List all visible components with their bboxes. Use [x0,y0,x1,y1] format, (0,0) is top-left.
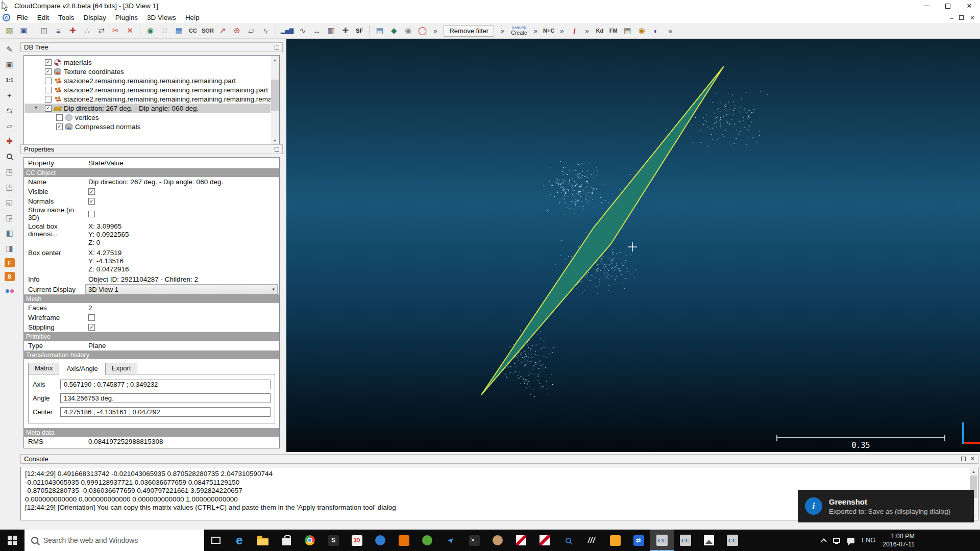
properties-list-icon[interactable]: ≡ [52,24,65,37]
coin-icon[interactable]: ◉ [635,24,648,37]
visibility-checkbox[interactable] [45,78,52,84]
histogram-icon[interactable]: ▂▅▇ [280,24,295,37]
db-tree-scrollbar[interactable]: ▲ ▼ [271,56,279,144]
taskbar-clock[interactable]: 1:00 PM 2016-07-11 [883,532,915,549]
ellipse-icon[interactable]: ◯ [416,24,429,37]
network-icon[interactable] [833,538,840,543]
view-back-icon[interactable]: ◲ [4,212,16,223]
db-tree-float-button[interactable] [275,45,279,49]
start-button[interactable] [0,530,24,551]
increase-point-size-icon[interactable]: + [4,90,16,101]
file-explorer-icon[interactable] [251,530,275,551]
console-close-button[interactable]: ✕ [970,456,975,462]
disc-icon[interactable]: ◉ [402,24,414,37]
view-bottom-icon[interactable]: ◧ [4,228,16,238]
cloudcompare-active-icon[interactable]: CC [650,530,674,551]
shield-icon[interactable]: ◆ [387,24,400,37]
normals-checkbox[interactable]: ✓ [88,198,95,205]
scroll-down-icon[interactable]: ▼ [271,137,279,144]
color-scale-icon[interactable] [4,286,16,296]
scroll-thumb[interactable] [271,80,279,110]
angle-input[interactable]: 134.256753 deg. [60,393,271,403]
red-app-icon[interactable] [509,530,533,551]
visibility-checkbox[interactable]: ✓ [56,123,63,130]
cc-label-icon[interactable]: CC [187,24,199,37]
distances-icon[interactable]: ↔ [310,24,323,37]
taskbar-search[interactable] [24,530,204,551]
filmstrip-icon[interactable]: ▤ [373,24,386,37]
swap-camera-icon[interactable]: ⇆ [4,105,16,116]
search-input[interactable] [43,536,186,544]
globe-app-icon[interactable] [369,530,392,551]
cloudcompare-3-icon[interactable]: CC [721,530,744,551]
visibility-checkbox[interactable] [56,114,63,121]
view-left-icon[interactable]: ◱ [4,197,16,208]
view-front-icon[interactable]: ◰ [4,182,16,192]
toolbar-overflow-chevron[interactable]: » [498,27,507,35]
menu-item-help[interactable]: Help [181,13,204,22]
visibility-checkbox[interactable]: ✓ [45,59,52,66]
open-icon[interactable]: ▨ [3,24,16,37]
menu-item-3d-views[interactable]: 3D Views [142,13,181,22]
console-float-button[interactable] [961,457,966,461]
orange-app-icon[interactable] [392,530,415,551]
kd-tree-icon[interactable]: Kd [594,24,606,37]
mdi-minimize-button[interactable]: – [950,15,953,21]
remove-filter-button[interactable]: Remove filter [444,25,494,37]
toolbar-overflow-chevron[interactable]: » [582,27,592,35]
menu-item-file[interactable]: File [12,13,33,22]
cloudcompare-2-icon[interactable]: CC [674,530,697,551]
lightning-icon[interactable]: ϟ [259,24,272,37]
back-view-badge-icon[interactable]: B [5,272,15,281]
screenshot-icon[interactable]: ▣ [4,59,16,70]
menu-item-plugins[interactable]: Plugins [111,13,142,22]
trace-polyline-icon[interactable]: ✎ [4,44,16,55]
tree-item[interactable]: ✓Compressed normals [24,122,271,131]
point-picking-icon[interactable]: ∷ [158,24,171,37]
close-button[interactable]: ✕ [959,0,980,12]
curvature-icon[interactable]: ∿ [296,24,309,37]
scroll-up-icon[interactable]: ▲ [271,56,279,64]
sphere-tool-icon[interactable]: ◉ [144,24,157,37]
view-iso-icon[interactable]: ◨ [4,243,16,254]
perspective-icon[interactable]: ▱ [4,120,16,131]
tab-axis-angle[interactable]: Axis/Angle [59,363,105,375]
terminal-app-icon[interactable]: >_ [462,530,486,551]
pivot-center-icon[interactable]: ✚ [4,136,16,146]
merge-icon[interactable]: ✚ [66,24,79,37]
sor-filter-icon[interactable]: SOR [201,24,215,37]
normals-tool-icon[interactable]: ↗ [216,24,229,37]
visibility-checkbox[interactable]: ✓ [45,105,52,112]
film2-icon[interactable]: ▤ [621,24,634,37]
3d-app-icon[interactable]: 3D [345,530,369,551]
maximize-button[interactable] [937,0,959,12]
tray-chevron-icon[interactable] [821,538,826,544]
center-input[interactable]: 4.275186 ; -4.135161 ; 0.047292 [60,407,271,417]
scroll-up-icon[interactable]: ▲ [970,468,977,475]
fm-icon[interactable]: FM [607,24,620,37]
green-app-icon[interactable] [415,530,439,551]
axis-input[interactable]: 0.567190 ; 0.745877 ; 0.349232 [60,380,271,389]
magnifier-icon[interactable] [4,151,16,162]
mdi-close-button[interactable]: ✕ [970,14,975,21]
edge-icon[interactable]: e [228,530,251,551]
tree-item[interactable]: stazione2.remaining.remaining.remaining.… [24,85,271,94]
delete-icon[interactable]: ✕ [124,24,136,37]
teamviewer-icon[interactable]: ⇄ [627,530,650,551]
expander-icon[interactable]: ▾ [35,105,37,110]
fit-plane-icon[interactable]: ▱ [245,24,258,37]
tab-export[interactable]: Export [105,363,138,374]
slashes-app-icon[interactable]: /// [580,530,603,551]
visibility-checkbox[interactable]: ✓ [45,68,52,75]
canupo-create-icon[interactable]: CANUPOCreate [509,26,529,36]
subsample-icon[interactable]: ∴ [81,24,93,37]
s-curve-icon[interactable]: ʃ [569,24,581,37]
stippling-checkbox[interactable]: ✓ [88,324,95,331]
register-icon[interactable]: ⇄ [95,24,108,37]
notifications-icon[interactable] [847,538,854,543]
search-app-icon[interactable] [556,530,580,551]
paw-app-icon[interactable] [486,530,509,551]
photos-icon[interactable] [697,530,721,551]
show-name-in-3d-checkbox[interactable] [88,211,95,217]
3d-render[interactable]: 0.35 [286,39,980,452]
